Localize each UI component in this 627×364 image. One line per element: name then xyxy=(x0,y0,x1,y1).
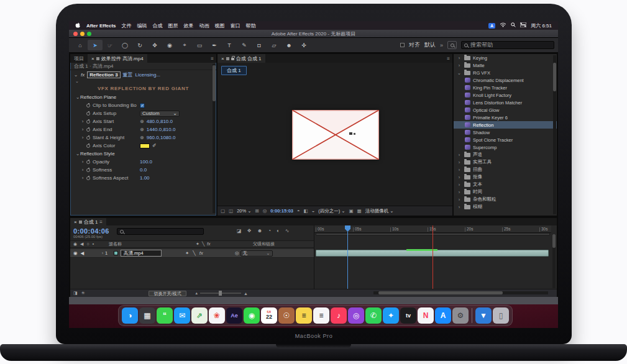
zoom-in-icon[interactable]: ▲ xyxy=(244,291,248,296)
region-of-interest-icon[interactable]: ▣ xyxy=(349,208,354,214)
stopwatch-icon[interactable] xyxy=(86,176,90,180)
current-timecode[interactable]: 0:00:04:06 xyxy=(73,227,109,235)
composition-mini-flowchart-icon[interactable]: ◪ xyxy=(237,228,242,234)
effect-knoll-light-factory[interactable]: Knoll Light Factory xyxy=(454,91,557,99)
close-button[interactable] xyxy=(73,32,78,36)
effect-twirl-icon[interactable]: ⌄ xyxy=(73,72,78,78)
dock-icon-maps[interactable]: ⇗ xyxy=(191,307,208,324)
view-menu[interactable]: 活动摄像机⌄ xyxy=(365,208,394,214)
source-name-column[interactable]: 源名称 xyxy=(109,241,196,247)
dock-icon-music[interactable]: ♪ xyxy=(331,307,347,324)
layer-row[interactable]: ◉ ◀ › 1 高清.mp4 ✦ ╲ fx ◎ 无 ⌄ xyxy=(70,249,314,258)
orbit-camera-tool[interactable]: ↻ xyxy=(132,40,147,50)
shape-tool[interactable]: ▭ xyxy=(192,40,207,50)
resolution-menu[interactable]: (四分之一)⌄ xyxy=(318,208,345,214)
group-twirl-icon[interactable]: ⌄ xyxy=(75,151,80,157)
menu-效果[interactable]: 效果 xyxy=(184,22,194,29)
layer-fx-switch[interactable]: fx xyxy=(199,250,203,256)
roto-brush-tool[interactable]: ☻ xyxy=(281,40,296,50)
property-value[interactable]: 100.0 xyxy=(140,159,152,165)
dock-icon-reminders[interactable]: ≡ xyxy=(313,307,329,324)
property-value[interactable]: 960.0,1080.0 xyxy=(147,135,176,140)
checkbox[interactable]: ✓ xyxy=(140,103,145,108)
control-center-icon[interactable] xyxy=(520,22,526,29)
parent-dropdown[interactable]: 无 ⌄ xyxy=(240,250,273,257)
pen-tool[interactable]: ✒ xyxy=(207,40,222,50)
stopwatch-icon[interactable] xyxy=(86,144,90,148)
dock-icon-trash[interactable]: ▯ xyxy=(493,307,509,324)
color-swatch[interactable] xyxy=(140,143,150,148)
scrollbar-thumb[interactable] xyxy=(553,63,556,91)
tab-effect-controls[interactable]: × 效果控件 高清.mp4 xyxy=(88,54,147,63)
menu-编辑[interactable]: 编辑 xyxy=(137,22,147,29)
category-matte[interactable]: ›Matte xyxy=(454,61,557,69)
apple-menu-icon[interactable] xyxy=(75,22,81,29)
twirl-icon[interactable]: › xyxy=(80,127,85,132)
magnification-menu[interactable]: 20%⌄ xyxy=(237,208,251,214)
layer-label-color[interactable] xyxy=(114,251,118,255)
hand-tool[interactable]: ☞ xyxy=(103,40,117,50)
property-value[interactable]: 1.00 xyxy=(140,175,150,181)
stopwatch-icon[interactable] xyxy=(86,160,90,164)
dock-icon-messages[interactable]: “ xyxy=(157,307,173,324)
effects-presets-scrollbar[interactable] xyxy=(553,55,556,214)
composition-viewer[interactable]: 合成 1 xyxy=(217,63,452,206)
pan-camera-tool[interactable]: ✥ xyxy=(147,40,162,50)
workspace-overflow-icon[interactable]: » xyxy=(440,42,443,48)
category-twirl-icon[interactable]: › xyxy=(457,55,462,61)
effect-king-pin-tracker[interactable]: King Pin Tracker xyxy=(454,84,557,91)
licensing-link[interactable]: Licensing... xyxy=(135,72,160,78)
menubar-app-name[interactable]: After Effects xyxy=(86,23,116,29)
menu-窗口[interactable]: 窗口 xyxy=(231,22,240,29)
menu-帮助[interactable]: 帮助 xyxy=(246,22,256,29)
category-twirl-icon[interactable]: › xyxy=(457,197,462,202)
category-twirl-icon[interactable]: › xyxy=(457,175,462,180)
tab-close-icon[interactable]: × xyxy=(91,56,94,61)
tab-project[interactable]: 项目 xyxy=(70,54,88,63)
dock-icon-app-store[interactable]: A xyxy=(435,307,451,324)
property-value[interactable]: 0.0 xyxy=(140,167,147,173)
dock-icon-safari[interactable]: ✦ xyxy=(383,307,399,324)
effect-chromatic-displacement[interactable]: Chromatic Displacement xyxy=(454,76,557,84)
dropdown[interactable]: Custom⌄ xyxy=(140,111,180,117)
effect-supercomp[interactable]: Supercomp xyxy=(454,143,557,151)
channels-icon[interactable]: ◒ xyxy=(312,208,315,214)
input-method-icon[interactable]: A xyxy=(488,23,495,29)
parent-link-column[interactable]: 父级和链接 xyxy=(250,241,275,247)
layer-twirl-icon[interactable]: › xyxy=(100,250,105,256)
point-control-icon[interactable]: ⊕ xyxy=(140,127,144,132)
timeline-zoom-slider[interactable] xyxy=(200,293,241,294)
dolly-camera-tool[interactable]: ◉ xyxy=(162,40,177,50)
category-杂色和颗粒[interactable]: ›杂色和颗粒 xyxy=(454,196,557,203)
menu-合成[interactable]: 合成 xyxy=(153,22,163,29)
hide-shy-layers-icon[interactable]: ☻ xyxy=(257,228,262,234)
property-value[interactable]: 480.0,810.0 xyxy=(147,119,173,124)
help-search-input[interactable]: 搜索帮助 xyxy=(461,41,554,49)
effect-spot-clone-tracker[interactable]: Spot Clone Tracker xyxy=(454,136,557,143)
parent-pickwhip-icon[interactable]: ◎ xyxy=(235,250,239,256)
category-扭曲[interactable]: ›扭曲 xyxy=(454,166,557,173)
dock-icon-mail[interactable]: ✉ xyxy=(174,307,190,324)
pan-behind-tool[interactable]: ⌖ xyxy=(177,40,192,50)
composition-nav-chip[interactable]: 合成 1 xyxy=(221,66,247,75)
menu-文件[interactable]: 文件 xyxy=(122,22,132,29)
toggle-switches-modes-button[interactable]: 切换开关/模式 xyxy=(149,291,187,296)
effect-shadow[interactable]: Shadow xyxy=(454,129,557,136)
lock-icon[interactable] xyxy=(231,58,234,60)
dock-icon-news[interactable]: N xyxy=(418,307,434,324)
spotlight-search-icon[interactable] xyxy=(511,22,516,29)
effect-reflection[interactable]: Reflection xyxy=(454,121,557,129)
tab-timeline-comp-1[interactable]: × 合成 1 ≡ xyxy=(70,218,106,225)
dock-icon-after-effects[interactable]: Ae xyxy=(226,307,242,324)
category-模糊[interactable]: ›模糊 xyxy=(454,203,557,211)
layer-audio-icon[interactable]: ◀ xyxy=(81,250,85,256)
tab-close-icon[interactable]: × xyxy=(74,219,77,225)
stopwatch-icon[interactable] xyxy=(86,168,90,172)
render-icon[interactable]: ✳ xyxy=(81,291,85,296)
layer-collapse-switch[interactable]: ✦ xyxy=(185,250,189,256)
scrollbar-thumb[interactable] xyxy=(213,65,216,101)
stopwatch-icon[interactable] xyxy=(86,136,90,140)
category-twirl-icon[interactable]: › xyxy=(457,182,462,188)
category-twirl-icon[interactable]: › xyxy=(457,204,462,210)
always-preview-icon[interactable]: ▢ xyxy=(221,208,225,214)
